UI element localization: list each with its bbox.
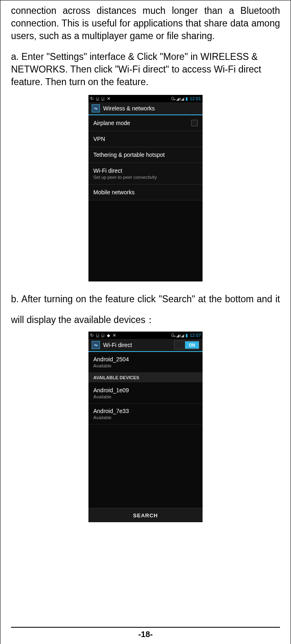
status-bar: ↻ ⍌ ⍌ ◆ ✕ Gₒ ◢ ᴇ◢ ▮ 12:07 [88,332,203,339]
toggle-on-label: ON [185,341,199,349]
device-name: Android_2504 [93,356,198,363]
screen-title-bar: ⇆ Wi-Fi direct ON [88,339,203,352]
manual-page: connection across distances much longer … [0,0,291,644]
step-a-text: a. Enter "Settings" interface & Click "M… [11,51,280,88]
wifi-direct-toggle[interactable]: ON [174,341,199,349]
usb-icon: ⍌ [96,96,99,101]
device-row[interactable]: Android_7e33 Available [88,404,203,424]
checkbox-icon[interactable] [191,120,198,126]
row-vpn[interactable]: VPN [88,131,203,147]
status-bar: ↻ ⍌ ⍌ ✕ Gₒ ◢ ᴇ◢ ▮ 12:01 [88,95,203,102]
status-clock: 12:01 [190,96,201,101]
screen-title-bar: ⇆ Wireless & networks [88,102,203,115]
search-button[interactable]: SEARCH [88,508,203,522]
row-label: VPN [93,136,198,142]
row-mobile-networks[interactable]: Mobile networks [88,185,203,200]
row-airplane-mode[interactable]: Airplane mode [88,115,203,131]
available-devices-header: AVAILABLE DEVICES [88,373,203,383]
adb-icon: ✕ [112,333,116,338]
row-wifi-direct[interactable]: Wi-Fi direct Set up peer-to-peer connect… [88,163,203,185]
battery-icon: ▮ [185,333,188,338]
device-row[interactable]: Android_1e09 Available [88,383,203,404]
status-clock: 12:07 [190,333,201,338]
row-label: Wi-Fi direct [93,167,198,174]
self-device-row[interactable]: Android_2504 Available [88,352,203,373]
row-tethering[interactable]: Tethering & portable hotspot [88,147,203,163]
device-status: Available [93,363,198,368]
empty-area [88,424,203,508]
device-status: Available [93,415,198,420]
empty-area [88,200,203,281]
signal-icons: Gₒ ◢ ᴇ◢ [171,333,184,338]
row-label: Tethering & portable hotspot [93,152,198,158]
settings-icon: ⇆ [92,104,100,112]
wifi-icon: ⇆ [92,341,100,349]
battery-icon: ▮ [185,96,188,101]
row-label: Airplane mode [93,120,130,126]
device-name: Android_1e09 [93,387,198,393]
page-number: -18- [0,630,291,639]
screenshot-wireless-networks: ↻ ⍌ ⍌ ✕ Gₒ ◢ ᴇ◢ ▮ 12:01 ⇆ Wireless & net… [88,95,203,281]
device-status: Available [93,394,198,399]
row-subtitle: Set up peer-to-peer connectivity [93,175,198,180]
signal-icons: Gₒ ◢ ᴇ◢ [171,97,184,101]
intro-paragraph: connection across distances much longer … [11,4,280,42]
screen-title: Wireless & networks [103,105,155,112]
step-b-text: b. After turning on the feature click "S… [11,289,280,330]
screenshot-wifi-direct: ↻ ⍌ ⍌ ◆ ✕ Gₒ ◢ ᴇ◢ ▮ 12:07 ⇆ Wi-Fi direct… [88,332,203,522]
usb-debug-icon: ⍌ [101,96,104,101]
device-name: Android_7e33 [93,408,198,414]
usb-icon: ⍌ [96,333,99,338]
row-label: Mobile networks [93,189,198,196]
footer-rule [11,627,280,628]
sync-icon: ↻ [90,333,94,338]
search-label: SEARCH [133,512,158,519]
usb-debug-icon: ⍌ [101,333,104,338]
screen-title: Wi-Fi direct [103,342,132,348]
warning-icon: ◆ [107,333,110,338]
sync-icon: ↻ [90,96,94,101]
adb-icon: ✕ [107,96,110,101]
